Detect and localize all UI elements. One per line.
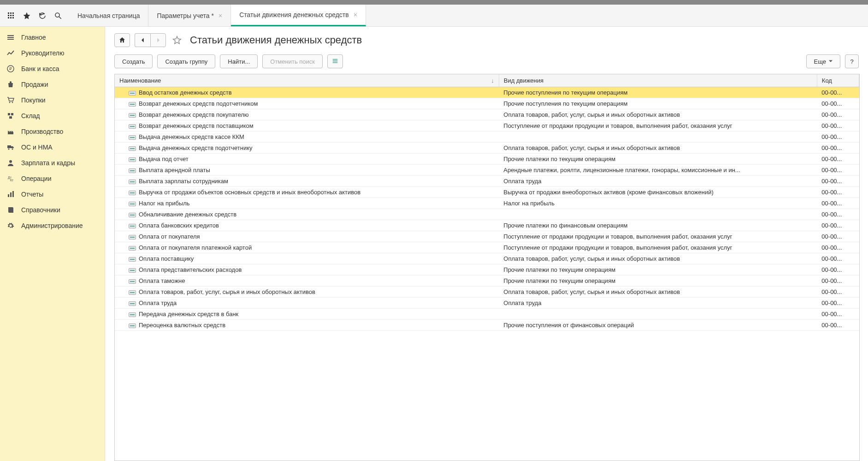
sidebar-item-truck[interactable]: ОС и НМА xyxy=(0,139,105,155)
item-icon xyxy=(129,135,136,140)
svg-rect-30 xyxy=(333,60,338,61)
tab-0[interactable]: Начальная страница xyxy=(69,5,148,26)
tab-label: Статьи движения денежных средств xyxy=(239,11,349,18)
table-row[interactable]: Выплата арендной платыАрендные платежи, … xyxy=(115,165,859,176)
cell-code: 00-00... xyxy=(817,253,859,264)
cell-kind xyxy=(499,209,817,220)
sidebar-item-bars[interactable]: Отчеты xyxy=(0,186,105,202)
table-row[interactable]: Оплата от покупателяПоступление от прода… xyxy=(115,231,859,242)
back-button[interactable] xyxy=(135,33,150,47)
table-row[interactable]: Оплата от покупателя платежной картойПос… xyxy=(115,242,859,253)
item-icon xyxy=(129,168,136,173)
cell-kind: Оплата товаров, работ, услуг, сырья и ин… xyxy=(499,109,817,120)
sidebar-item-label: Операции xyxy=(21,175,52,182)
sidebar-item-menu[interactable]: Главное xyxy=(0,30,105,45)
find-button[interactable]: Найти... xyxy=(220,54,258,68)
cell-name: Выдача под отчет xyxy=(115,154,499,165)
cell-name: Возврат денежных средств подотчетником xyxy=(115,98,499,109)
svg-rect-0 xyxy=(8,12,9,14)
svg-rect-3 xyxy=(8,15,9,16)
table-row[interactable]: Передача денежных средств в банк00-00... xyxy=(115,309,859,320)
cell-kind: Прочие поступления от финансовых операци… xyxy=(499,320,817,331)
close-icon[interactable]: × xyxy=(218,12,222,19)
ops-icon: ДтКт xyxy=(6,174,15,183)
svg-rect-11 xyxy=(7,35,14,36)
forward-button[interactable] xyxy=(150,33,166,47)
item-icon xyxy=(129,213,136,217)
table-row[interactable]: Возврат денежных средств подотчетникомПр… xyxy=(115,98,859,109)
table-row[interactable]: Переоценка валютных средствПрочие поступ… xyxy=(115,320,859,331)
column-header-code[interactable]: Код xyxy=(817,74,859,87)
cell-code: 00-00... xyxy=(817,198,859,209)
sort-indicator-icon: ↓ xyxy=(491,77,494,84)
table-row[interactable]: Обналичивание денежных средств00-00... xyxy=(115,209,859,220)
history-icon[interactable] xyxy=(35,8,50,23)
table-row[interactable]: Оплата представительских расходовПрочие … xyxy=(115,264,859,275)
table-row[interactable]: Оплата поставщикуОплата товаров, работ, … xyxy=(115,253,859,264)
table-row[interactable]: Возврат денежных средств поставщикомПост… xyxy=(115,120,859,132)
sidebar-item-stack[interactable]: Склад xyxy=(0,108,105,124)
window-top-strip xyxy=(0,0,868,5)
table-row[interactable]: Ввод остатков денежных средствПрочие пос… xyxy=(115,87,859,98)
close-icon[interactable]: × xyxy=(354,11,357,18)
cancel-search-button[interactable]: Отменить поиск xyxy=(262,54,323,68)
column-header-kind[interactable]: Вид движения xyxy=(499,74,817,87)
favorite-star-icon[interactable] xyxy=(171,34,183,47)
svg-point-9 xyxy=(55,13,59,17)
table-row[interactable]: Выплата зарплаты сотрудникамОплата труда… xyxy=(115,176,859,187)
table-row[interactable]: Выдача денежных средств подотчетникуОпла… xyxy=(115,143,859,154)
table-row[interactable]: Налог на прибыльНалог на прибыль00-00... xyxy=(115,198,859,209)
factory-icon xyxy=(6,127,15,136)
column-header-name[interactable]: Наименование ↓ xyxy=(115,74,499,87)
search-icon[interactable] xyxy=(51,8,65,23)
cell-name: Передача денежных средств в банк xyxy=(115,309,499,320)
cell-code: 00-00... xyxy=(817,309,859,320)
cell-kind: Оплата труда xyxy=(499,298,817,309)
sidebar: ГлавноеРуководителю₽Банк и кассаПродажиП… xyxy=(0,27,105,461)
sidebar-item-cart[interactable]: Покупки xyxy=(0,92,105,108)
create-button[interactable]: Создать xyxy=(114,54,153,68)
table-row[interactable]: Оплата банковских кредитовПрочие платежи… xyxy=(115,220,859,231)
sidebar-item-label: Администрирование xyxy=(21,222,83,229)
tab-1[interactable]: Параметры учета *× xyxy=(148,5,231,26)
home-button[interactable] xyxy=(114,33,130,47)
table-row[interactable]: Выручка от продажи объектов основных сре… xyxy=(115,187,859,198)
more-button[interactable]: Еще xyxy=(806,54,840,68)
apps-icon[interactable] xyxy=(4,8,18,23)
tab-2[interactable]: Статьи движения денежных средств× xyxy=(231,5,366,26)
cell-name: Выручка от продажи объектов основных сре… xyxy=(115,187,499,198)
sidebar-item-trend[interactable]: Руководителю xyxy=(0,45,105,61)
table-row[interactable]: Оплата товаров, работ, услуг, сырья и ин… xyxy=(115,287,859,298)
sidebar-item-person[interactable]: Зарплата и кадры xyxy=(0,155,105,171)
table-row[interactable]: Выдача денежных средств кассе ККМ00-00..… xyxy=(115,132,859,143)
sidebar-item-book[interactable]: Справочники xyxy=(0,202,105,218)
sidebar-item-ops[interactable]: ДтКтОперации xyxy=(0,171,105,186)
cell-code: 00-00... xyxy=(817,154,859,165)
sidebar-item-gear[interactable]: Администрирование xyxy=(0,218,105,233)
sidebar-item-ruble[interactable]: ₽Банк и касса xyxy=(0,61,105,77)
star-icon[interactable] xyxy=(19,8,34,23)
svg-rect-28 xyxy=(12,191,14,197)
help-button[interactable]: ? xyxy=(845,54,859,68)
sidebar-item-bag[interactable]: Продажи xyxy=(0,77,105,92)
item-icon xyxy=(129,279,136,284)
cell-kind: Оплата товаров, работ, услуг, сырья и ин… xyxy=(499,287,817,298)
toolbar: Создать Создать группу Найти... Отменить… xyxy=(105,52,868,74)
create-group-button[interactable]: Создать группу xyxy=(157,54,215,68)
more-label: Еще xyxy=(814,58,826,65)
list-mode-button[interactable] xyxy=(327,54,343,68)
table-row[interactable]: Выдача под отчетПрочие платежи по текущи… xyxy=(115,154,859,165)
item-icon xyxy=(129,157,136,162)
svg-point-23 xyxy=(9,160,12,163)
cell-code: 00-00... xyxy=(817,187,859,198)
table-row[interactable]: Оплата таможнеПрочие платежи по текущим … xyxy=(115,275,859,287)
table-row[interactable]: Оплата трудаОплата труда00-00... xyxy=(115,298,859,309)
sidebar-item-factory[interactable]: Производство xyxy=(0,124,105,139)
cell-code: 00-00... xyxy=(817,109,859,120)
item-icon xyxy=(129,257,136,262)
chevron-down-icon xyxy=(829,60,833,63)
table-row[interactable]: Возврат денежных средств покупателюОплат… xyxy=(115,109,859,120)
cell-name: Оплата таможне xyxy=(115,275,499,287)
svg-rect-13 xyxy=(7,39,14,40)
cell-code: 00-00... xyxy=(817,298,859,309)
